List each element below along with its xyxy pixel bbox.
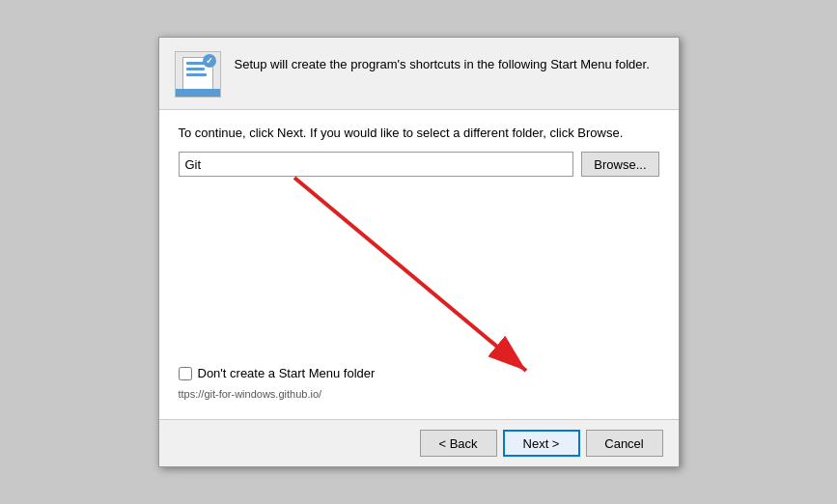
dialog-body: To continue, click Next. If you would li… — [159, 110, 679, 419]
no-start-menu-label: Don't create a Start Menu folder — [198, 366, 376, 380]
instruction-text: To continue, click Next. If you would li… — [179, 126, 659, 140]
url-text: ttps://git-for-windows.github.io/ — [179, 388, 322, 400]
folder-input[interactable] — [179, 152, 574, 177]
browse-button[interactable]: Browse... — [581, 152, 658, 177]
header-description: Setup will create the program's shortcut… — [235, 51, 650, 74]
no-start-menu-row: Don't create a Start Menu folder — [179, 366, 376, 380]
svg-line-1 — [294, 178, 526, 371]
next-button[interactable]: Next > — [503, 430, 580, 457]
cancel-button[interactable]: Cancel — [586, 430, 663, 457]
folder-row: Browse... — [179, 152, 659, 177]
back-button[interactable]: < Back — [420, 430, 497, 457]
dialog-footer: < Back Next > Cancel — [159, 419, 679, 466]
no-start-menu-checkbox[interactable] — [179, 367, 192, 380]
installer-dialog: ✓ Setup will create the program's shortc… — [158, 37, 680, 467]
setup-icon: ✓ — [175, 51, 221, 98]
dialog-header: ✓ Setup will create the program's shortc… — [159, 38, 679, 110]
